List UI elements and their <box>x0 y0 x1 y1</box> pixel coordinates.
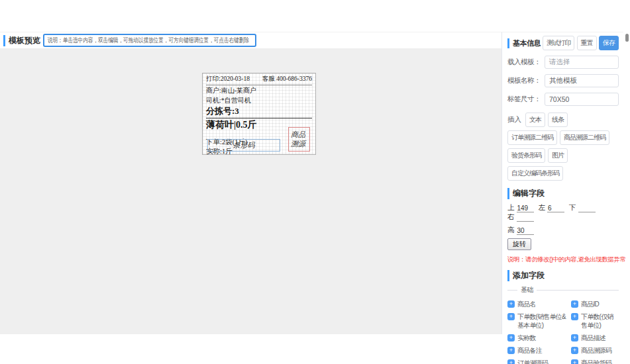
insert-label: 插入 <box>507 115 521 124</box>
add-field-grid: + 商品名 + 商品ID + 下单数(销售单位&基本单位) + 下单数(仅销售单… <box>507 300 619 364</box>
add-field-label: 下单数(仅销售单位) <box>581 312 619 330</box>
add-field-label: 实称数 <box>517 334 536 342</box>
instruction-text: 说明：单击选中内容，双击编辑，可拖动以摆放位置，可方向键细调位置，可点击右键删除 <box>48 36 249 45</box>
add-field-label: 订单溯源码 <box>517 359 548 364</box>
divider-line <box>537 290 619 291</box>
basic-tab-divider: 基础 <box>507 285 619 295</box>
label-top-row: 打印:2020-03-18 客服 400-686-3376 <box>206 75 312 85</box>
pos-right-input[interactable] <box>517 214 534 222</box>
height-field-row: 高 30 <box>507 226 619 235</box>
pos-height: 高 30 <box>507 226 534 235</box>
pos-right: 右 <box>507 212 534 222</box>
instruction-banner: 说明：单击选中内容，双击编辑，可拖动以摆放位置，可方向键细调位置，可点击右键删除 <box>43 34 256 47</box>
pos-top-input[interactable]: 149 <box>517 205 534 212</box>
add-field-item[interactable]: + 下单数(销售单位&基本单位) <box>507 312 570 330</box>
pos-top-label: 上 <box>507 203 515 212</box>
pos-right-label: 右 <box>507 212 515 222</box>
add-field-item[interactable]: + 订单溯源码 <box>507 359 570 364</box>
plus-icon: + <box>571 334 578 341</box>
add-field-label: 商品备注 <box>517 346 542 355</box>
plus-icon: + <box>507 359 515 364</box>
basic-info-title: 基本信息 <box>507 38 541 48</box>
pos-left: 左 6 <box>539 203 565 212</box>
edit-warning-text: 说明：请勿修改{}中的内容,避免出现数据异常 <box>507 255 619 264</box>
template-name-input[interactable]: 其他模板 <box>545 74 619 87</box>
barcode-placeholder[interactable]: 条形码 <box>207 139 280 152</box>
add-field-label: 商品溯源码 <box>581 346 611 355</box>
save-button[interactable]: 保存 <box>599 36 619 50</box>
insert-button[interactable]: 商品溯源二维码 <box>560 130 609 145</box>
properties-panel: 基本信息 测试打印 重置 保存 载入模板： 请选择 模板名称： 其他模板 标签尺… <box>501 32 623 334</box>
label-size-input[interactable]: 70X50 <box>545 93 619 106</box>
panel-scrollbar[interactable] <box>625 34 629 42</box>
merchant-line[interactable]: 商户:南山-某商户 <box>206 86 312 95</box>
add-field-label: 商品ID <box>581 300 599 308</box>
label-size-label: 标签尺寸： <box>507 95 545 104</box>
plus-icon: + <box>571 347 578 354</box>
test-print-button[interactable]: 测试打印 <box>543 36 574 50</box>
plus-icon: + <box>507 347 515 354</box>
pos-bottom: 下 <box>569 203 596 212</box>
plus-icon: + <box>507 313 515 320</box>
trace-qr-placeholder[interactable]: 商品溯源 <box>288 127 310 152</box>
divider-line <box>507 290 517 291</box>
pos-left-label: 左 <box>539 203 546 212</box>
add-field-title: 添加字段 <box>507 270 619 281</box>
pos-height-label: 高 <box>507 226 515 235</box>
preview-title: 模板预览 <box>3 35 40 46</box>
add-field-item[interactable]: + 实称数 <box>507 334 570 342</box>
rotate-button[interactable]: 旋转 <box>507 238 531 250</box>
add-field-item[interactable]: + 商品名 <box>507 300 570 308</box>
reset-button[interactable]: 重置 <box>577 36 597 50</box>
add-field-item[interactable]: + 商品备注 <box>507 346 570 355</box>
position-fields: 上 149 左 6 下 右 <box>507 203 619 222</box>
pos-bottom-label: 下 <box>569 203 576 212</box>
insert-button[interactable]: 文本 <box>525 113 545 127</box>
insert-button[interactable]: 线条 <box>548 113 568 127</box>
insert-button[interactable]: 订单溯源二维码 <box>507 130 557 145</box>
service-phone[interactable]: 客服 400-686-3376 <box>262 75 312 83</box>
insert-button[interactable]: 验货条形码 <box>507 148 545 163</box>
template-name-label: 模板名称： <box>507 76 545 85</box>
load-template-label: 载入模板： <box>507 58 545 67</box>
preview-header: 模板预览 说明：单击选中内容，双击编辑，可拖动以摆放位置，可方向键细调位置，可点… <box>0 32 501 48</box>
print-date[interactable]: 打印:2020-03-18 <box>206 75 250 83</box>
insert-button[interactable]: 图片 <box>548 148 568 163</box>
insert-toolbar: 插入 文本 线条 订单溯源二维码 商品溯源二维码 验货条形码 图片 自定义编码条… <box>507 113 619 181</box>
add-field-label: 商品描述 <box>581 334 605 342</box>
tab-basic[interactable]: 基础 <box>521 285 533 295</box>
add-field-item[interactable]: + 下单数(仅销售单位) <box>571 312 619 330</box>
design-canvas[interactable]: 打印:2020-03-18 客服 400-686-3376 商户:南山-某商户 … <box>0 48 501 334</box>
sorting-number[interactable]: 分拣号:3 <box>206 105 312 118</box>
add-field-item[interactable]: + 商品溯源码 <box>571 346 619 355</box>
add-field-label: 商品名 <box>517 300 536 308</box>
load-template-select[interactable]: 请选择 <box>545 56 619 69</box>
template-name-row: 模板名称： 其他模板 <box>507 74 619 87</box>
plus-icon: + <box>507 300 515 308</box>
load-template-row: 载入模板： 请选择 <box>507 56 619 69</box>
insert-button[interactable]: 自定义编码条形码 <box>507 166 563 181</box>
label-preview[interactable]: 打印:2020-03-18 客服 400-686-3376 商户:南山-某商户 … <box>202 73 316 155</box>
edit-field-title: 编辑字段 <box>507 188 619 199</box>
add-field-item[interactable]: + 商品描述 <box>571 334 619 342</box>
add-field-label: 商品验货码 <box>581 359 611 364</box>
plus-icon: + <box>571 300 578 308</box>
add-field-label: 下单数(销售单位&基本单位) <box>517 312 570 330</box>
basic-info-header: 基本信息 测试打印 重置 保存 <box>507 36 619 50</box>
pos-left-input[interactable]: 6 <box>547 205 564 212</box>
add-field-item[interactable]: + 商品ID <box>571 300 619 308</box>
add-field-item[interactable]: + 商品验货码 <box>571 359 619 364</box>
pos-bottom-input[interactable] <box>578 205 596 212</box>
plus-icon: + <box>571 359 578 364</box>
plus-icon: + <box>571 313 578 320</box>
plus-icon: + <box>507 334 515 341</box>
label-size-row: 标签尺寸： 70X50 <box>507 93 619 106</box>
pos-top: 上 149 <box>507 203 534 212</box>
label-template-editor: 模板预览 说明：单击选中内容，双击编辑，可拖动以摆放位置，可方向键细调位置，可点… <box>0 0 630 364</box>
pos-height-input[interactable]: 30 <box>517 227 534 235</box>
driver-line[interactable]: 司机:*自营司机 <box>206 96 312 105</box>
